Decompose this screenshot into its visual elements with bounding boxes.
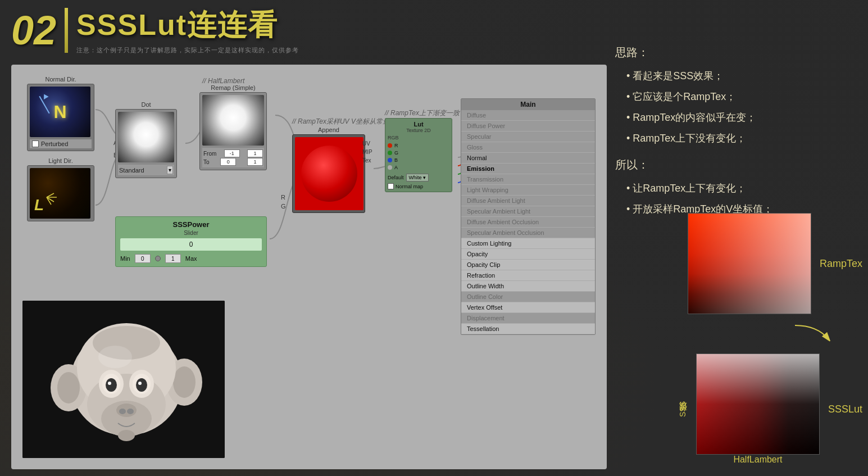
svg-point-7: [57, 372, 80, 404]
remap-from-val1[interactable]: -1: [224, 149, 240, 157]
lut-default-text: White: [409, 175, 422, 180]
y-axis-label: 强度SSS: [678, 401, 688, 417]
lut-port-a-row: A: [388, 165, 449, 170]
ssspower-slider[interactable]: 0: [120, 238, 262, 251]
lut-box: Lut Texture 2D RGB R G B A: [385, 118, 452, 192]
node-ssspower: SSSPower Slider 0 Min 0 1 Max: [115, 216, 267, 267]
ssspower-value: 0: [189, 241, 193, 248]
ssslut-box-container: HalfLambert: [696, 353, 820, 465]
ssslut-box: [696, 353, 820, 455]
dot-footer: Standard ▾: [118, 165, 174, 175]
panel-diffuse-power: Diffuse Power: [461, 121, 595, 132]
lut-normalmap-row: Normal map: [388, 183, 449, 189]
light-rays-svg: [40, 191, 62, 210]
slide-number: 02: [11, 10, 56, 51]
svg-point-20: [138, 382, 142, 385]
append-port-g-label: G: [281, 203, 286, 210]
normal-dir-preview: N: [30, 87, 90, 137]
panel-diffuse-ambient-occlusion: Diffuse Ambient Occlusion: [461, 217, 595, 228]
lut-default-row: Default White ▾: [388, 174, 449, 182]
texture-diagrams: RampTex 强度SSS HalfLambert SSSLut: [678, 213, 862, 465]
lut-port-tex: Tex: [362, 157, 371, 164]
panel-displacement: Displacement: [461, 313, 595, 324]
remap-to-val1[interactable]: 0: [220, 158, 236, 166]
page-subtitle: 注意：这个例子只是为了讲解思路，实际上不一定是这样实现的，仅供参考: [76, 46, 299, 55]
bullet-5: 让RampTex上下有变化；: [615, 181, 857, 196]
svg-line-0: [47, 193, 54, 197]
node-normal-dir: Normal Dir. N Perturbed: [27, 76, 94, 151]
ssspower-min-field[interactable]: 0: [135, 254, 151, 263]
light-dir-box: L: [27, 165, 94, 221]
lut-title: Lut: [388, 121, 449, 128]
svg-point-24: [118, 430, 135, 441]
remap-label: Remap (Simple): [199, 84, 267, 91]
ssspower-dot: [155, 256, 161, 261]
svg-point-15: [106, 378, 117, 392]
perturbed-label: Perturbed: [41, 140, 68, 147]
remap-params: From -1 1 To 0 1: [202, 148, 264, 167]
ssspower-box: SSSPower Slider 0 Min 0 1 Max: [115, 216, 267, 267]
ssspower-max-field[interactable]: 1: [165, 254, 181, 263]
append-circle: [301, 146, 357, 202]
ssslut-container: 强度SSS HalfLambert SSSLut: [678, 353, 862, 465]
lut-subtitle: Texture 2D: [388, 128, 449, 133]
shader-main-panel: Main Diffuse Diffuse Power Specular Glos…: [461, 98, 596, 335]
remap-to-row: To 0 1: [203, 158, 263, 166]
normal-dir-n-letter: N: [53, 102, 66, 123]
panel-light-wrapping: Light Wrapping: [461, 185, 595, 196]
light-dir-preview: L: [30, 168, 90, 219]
lut-port-uv: UV: [362, 140, 370, 147]
panel-gloss: Gloss: [461, 142, 595, 153]
lut-port-g-label: G: [394, 150, 398, 156]
main-panel-header: Main: [461, 99, 595, 110]
bullet-2: 它应该是个RampTex；: [615, 89, 857, 105]
lut-port-r-row: R: [388, 143, 449, 148]
panel-transmission: Transmission: [461, 174, 595, 185]
lut-default-label: Default: [388, 175, 404, 180]
dot-dropdown[interactable]: ▾: [167, 166, 173, 174]
x-axis-label: HalfLambert: [733, 455, 782, 465]
panel-vertex-offset: Vertex Offset: [461, 302, 595, 313]
lut-port-rgb-label: RGB: [388, 135, 449, 140]
dot-preview: [118, 112, 174, 162]
lut-port-r-dot: [388, 143, 392, 148]
bullet-4: RampTex上下没有变化；: [615, 131, 857, 146]
panel-outline-width: Outline Width: [461, 281, 595, 292]
perturbed-checkbox[interactable]: [32, 140, 39, 147]
panel-refraction: Refraction: [461, 270, 595, 281]
remap-from-label: From: [203, 151, 216, 157]
ssspower-range: Min 0 1 Max: [120, 254, 262, 263]
section2-title: 所以：: [615, 157, 857, 173]
lut-port-mip: MIP: [362, 149, 372, 155]
node-remap: Remap (Simple) From -1 1 To 0 1: [199, 84, 267, 170]
lut-default-value[interactable]: White ▾: [406, 174, 429, 182]
ssspower-title: SSSPower: [120, 220, 262, 229]
ramptex-box: [688, 213, 811, 314]
right-panel: 思路： 看起来是SSS效果； 它应该是个RampTex； RampTex的内容似…: [615, 45, 857, 223]
ssslut-label: SSSLut: [828, 404, 862, 415]
panel-normal: Normal: [461, 153, 595, 164]
remap-to-label: To: [203, 159, 210, 165]
svg-point-23: [127, 409, 134, 414]
light-icon: L: [34, 196, 44, 214]
lut-port-g-row: G: [388, 150, 449, 156]
dot-standard-label: Standard: [119, 167, 144, 174]
bullet-3: RampTex的内容似乎在变；: [615, 110, 857, 125]
normalmap-label: Normal map: [396, 184, 423, 189]
lut-port-r-label: R: [394, 143, 398, 148]
ssspower-min-label: Min: [120, 255, 130, 262]
panel-specular-ambient-occlusion: Specular Ambient Occlusion: [461, 228, 595, 238]
node-dot: Dot Standard ▾: [115, 101, 177, 178]
remap-from-row: From -1 1: [203, 149, 263, 157]
header-title-group: SSSLut连连看 注意：这个例子只是为了讲解思路，实际上不一定是这样实现的，仅…: [76, 6, 299, 55]
remap-from-val2[interactable]: 1: [247, 149, 263, 157]
lut-port-b-row: B: [388, 157, 449, 163]
append-port-r-label: R: [281, 194, 285, 201]
lut-port-a-label: A: [394, 165, 398, 170]
remap-to-val2[interactable]: 1: [247, 158, 263, 166]
panel-outline-color: Outline Color: [461, 292, 595, 302]
section1-title: 思路：: [615, 45, 857, 60]
panel-opacity-clip: Opacity Clip: [461, 260, 595, 270]
lut-port-a-dot: [388, 165, 392, 170]
normalmap-checkbox[interactable]: [388, 183, 394, 189]
